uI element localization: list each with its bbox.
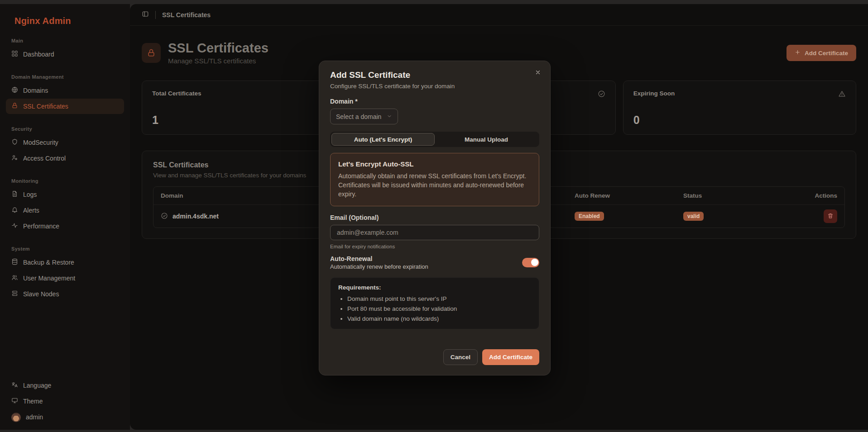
sidebar-section-system: System Backup & Restore User Management … — [0, 246, 130, 302]
sidebar-item-label: Slave Nodes — [23, 290, 59, 298]
modal-title: Add SSL Certificate — [330, 70, 539, 80]
info-box-body: Automatically obtain and renew SSL certi… — [338, 172, 531, 199]
sidebar-item-theme[interactable]: Theme — [6, 394, 124, 409]
auto-renew-badge: Enabled — [575, 212, 604, 221]
globe-icon — [11, 86, 18, 95]
page-title: SSL Certificates — [168, 41, 269, 56]
stat-value: 1 — [152, 114, 158, 127]
sidebar-item-label: Access Control — [23, 155, 66, 162]
requirement-item: Valid domain name (no wildcards) — [347, 315, 531, 322]
sidebar-item-label: Theme — [23, 398, 43, 405]
cancel-button[interactable]: Cancel — [443, 349, 478, 365]
section-label: Main — [11, 38, 130, 43]
sidebar-item-ssl-certificates[interactable]: SSL Certificates — [6, 99, 124, 114]
sidebar-section-domain-management: Domain Management Domains SSL Certificat… — [0, 74, 130, 114]
sidebar-section-main: Main Dashboard — [0, 38, 130, 62]
activity-icon — [11, 222, 18, 230]
requirement-item: Port 80 must be accessible for validatio… — [347, 305, 531, 312]
auto-renewal-row: Auto-Renewal Automatically renew before … — [330, 255, 539, 270]
section-label: Monitoring — [11, 178, 130, 184]
stat-label: Expiring Soon — [633, 90, 846, 97]
sidebar: Nginx Admin Main Dashboard Domain Manage… — [0, 4, 130, 430]
section-label: Domain Management — [11, 74, 130, 80]
modal-footer: Cancel Add Certificate — [330, 349, 539, 365]
sidebar-item-label: User Management — [23, 275, 75, 282]
info-box-title: Let's Encrypt Auto-SSL — [338, 160, 531, 168]
sidebar-item-label: ModSecurity — [23, 139, 58, 146]
sidebar-item-label: Dashboard — [23, 51, 54, 58]
sidebar-item-label: Alerts — [23, 207, 39, 214]
sidebar-item-language[interactable]: Language — [6, 378, 124, 393]
sidebar-section-monitoring: Monitoring Logs Alerts Performance — [0, 178, 130, 234]
requirements-list: Domain must point to this server's IP Po… — [338, 295, 531, 322]
toggle-knob — [531, 259, 538, 266]
sidebar-item-logs[interactable]: Logs — [6, 187, 124, 202]
sidebar-item-label: Logs — [23, 191, 37, 198]
sidebar-item-label: Performance — [23, 223, 59, 230]
email-field-label: Email (Optional) — [330, 214, 539, 221]
email-helper-text: Email for expiry notifications — [330, 244, 539, 249]
topbar: SSL Certificates — [130, 4, 868, 26]
sidebar-item-label: Backup & Restore — [23, 259, 74, 266]
sidebar-section-security: Security ModSecurity Access Control — [0, 126, 130, 166]
brand-logo: Nginx Admin — [0, 4, 130, 26]
modal-subtitle: Configure SSL/TLS certificate for your d… — [330, 83, 539, 90]
auto-renew-cell: Enabled — [575, 212, 683, 221]
section-label: Security — [11, 126, 130, 132]
file-text-icon — [11, 190, 18, 199]
auto-renewal-label: Auto-Renewal — [330, 255, 428, 262]
sidebar-item-modsecurity[interactable]: ModSecurity — [6, 135, 124, 150]
monitor-icon — [11, 397, 18, 405]
tab-auto-lets-encrypt[interactable]: Auto (Let's Encrypt) — [331, 133, 435, 146]
add-ssl-certificate-modal: Add SSL Certificate Configure SSL/TLS ce… — [319, 61, 551, 375]
user-avatar — [11, 413, 21, 422]
database-icon — [11, 258, 18, 266]
breadcrumb: SSL Certificates — [162, 11, 211, 19]
auto-renewal-toggle[interactable] — [522, 258, 539, 267]
sidebar-toggle-icon[interactable] — [142, 10, 149, 19]
page-title-block: SSL Certificates Manage SSL/TLS certific… — [168, 41, 269, 65]
warning-triangle-icon — [838, 90, 846, 100]
page-subtitle: Manage SSL/TLS certificates — [168, 57, 269, 65]
auto-renewal-description: Automatically renew before expiration — [330, 263, 428, 270]
requirements-box: Requirements: Domain must point to this … — [330, 277, 539, 329]
domain-name: admin.4sdk.net — [173, 213, 219, 220]
sidebar-footer: Language Theme admin — [0, 377, 130, 430]
sidebar-item-domains[interactable]: Domains — [6, 83, 124, 98]
sidebar-item-performance[interactable]: Performance — [6, 218, 124, 234]
domain-select-value: Select a domain — [336, 113, 381, 120]
page-lock-icon — [142, 43, 161, 63]
server-icon — [11, 290, 18, 298]
sidebar-item-access-control[interactable]: Access Control — [6, 151, 124, 166]
sidebar-item-dashboard[interactable]: Dashboard — [6, 47, 124, 62]
stat-card-expiring: Expiring Soon 0 — [623, 81, 856, 135]
sidebar-item-slave-nodes[interactable]: Slave Nodes — [6, 286, 124, 302]
stat-value: 0 — [633, 114, 640, 127]
domain-select[interactable]: Select a domain — [330, 109, 398, 124]
actions-cell — [787, 209, 837, 223]
requirement-item: Domain must point to this server's IP — [347, 295, 531, 302]
lock-icon — [11, 102, 18, 110]
status-cell: valid — [683, 212, 787, 221]
close-icon[interactable] — [533, 67, 543, 79]
sidebar-item-user-management[interactable]: User Management — [6, 271, 124, 286]
column-header-actions: Actions — [787, 192, 837, 199]
sidebar-item-admin-user[interactable]: admin — [6, 409, 124, 425]
requirements-title: Requirements: — [338, 284, 531, 291]
plus-icon — [795, 49, 801, 57]
auto-renewal-text-block: Auto-Renewal Automatically renew before … — [330, 255, 428, 270]
section-label: System — [11, 246, 130, 252]
check-circle-icon — [161, 212, 168, 221]
shield-icon — [11, 138, 18, 147]
add-certificate-button[interactable]: Add Certificate — [786, 45, 856, 61]
delete-certificate-button[interactable] — [824, 209, 837, 223]
add-certificate-label: Add Certificate — [805, 50, 848, 57]
chevron-down-icon — [387, 113, 392, 120]
language-icon — [11, 381, 18, 389]
sidebar-item-alerts[interactable]: Alerts — [6, 203, 124, 218]
submit-add-certificate-button[interactable]: Add Certificate — [482, 349, 539, 365]
column-header-auto-renew: Auto Renew — [575, 192, 683, 199]
sidebar-item-backup-restore[interactable]: Backup & Restore — [6, 255, 124, 270]
email-input[interactable] — [330, 225, 539, 240]
tab-manual-upload[interactable]: Manual Upload — [435, 133, 538, 146]
